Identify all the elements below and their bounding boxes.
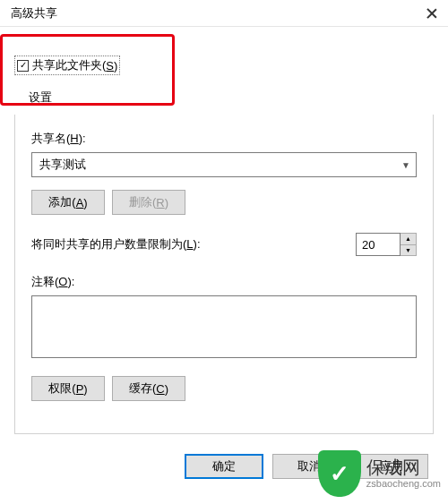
user-limit-row: 将同时共享的用户数量限制为(L): 20 ▲ ▼: [31, 233, 417, 256]
watermark-url: zsbaocheng.com: [366, 478, 441, 490]
user-limit-input[interactable]: 20: [356, 233, 401, 256]
titlebar: 高级共享: [0, 0, 448, 27]
close-icon[interactable]: [426, 8, 437, 19]
add-button[interactable]: 添加(A): [31, 190, 105, 215]
watermark-cn: 保成网: [366, 457, 441, 478]
checkbox-icon: [17, 60, 29, 72]
window-title: 高级共享: [11, 5, 57, 21]
share-name-value: 共享测试: [39, 157, 86, 173]
cache-button[interactable]: 缓存(C): [112, 376, 185, 401]
check-icon: ✓: [330, 460, 349, 488]
comment-label: 注释(O):: [31, 274, 417, 290]
permissions-button[interactable]: 权限(P): [31, 376, 105, 401]
watermark-text: 保成网 zsbaocheng.com: [366, 457, 441, 490]
limit-label: 将同时共享的用户数量限制为(L):: [31, 236, 201, 252]
comment-textarea[interactable]: [31, 295, 417, 358]
shield-icon: ✓: [318, 450, 361, 497]
chevron-down-icon: ▼: [401, 160, 410, 170]
watermark: ✓ 保成网 zsbaocheng.com: [318, 450, 441, 497]
perm-cache-row: 权限(P) 缓存(C): [31, 376, 417, 401]
share-folder-checkbox[interactable]: 共享此文件夹(S): [14, 56, 120, 75]
add-remove-row: 添加(A) 删除(R): [31, 190, 417, 215]
settings-header: 设置: [0, 75, 448, 106]
ok-button[interactable]: 确定: [185, 454, 263, 479]
share-hotkey: S: [106, 59, 114, 73]
user-limit-spinner[interactable]: 20 ▲ ▼: [356, 233, 417, 256]
advanced-sharing-window: 高级共享 共享此文件夹(S) 设置 共享名(H): 共享测试 ▼ 添加(A): [0, 0, 448, 504]
spinner-buttons: ▲ ▼: [401, 233, 417, 256]
settings-group: 共享名(H): 共享测试 ▼ 添加(A) 删除(R) 将同时共享的用户数量限制为…: [14, 115, 434, 434]
share-label-post: ): [114, 59, 117, 73]
share-name-label: 共享名(H):: [31, 131, 417, 147]
spinner-up-icon[interactable]: ▲: [401, 234, 416, 245]
remove-button: 删除(R): [112, 190, 185, 215]
share-name-combobox[interactable]: 共享测试 ▼: [31, 152, 417, 177]
share-label-pre: 共享此文件夹(: [32, 57, 106, 73]
content-area: 共享此文件夹(S) 设置 共享名(H): 共享测试 ▼ 添加(A) 删除(R): [0, 27, 448, 500]
share-checkbox-row: 共享此文件夹(S): [0, 34, 448, 75]
spinner-down-icon[interactable]: ▼: [401, 245, 416, 256]
